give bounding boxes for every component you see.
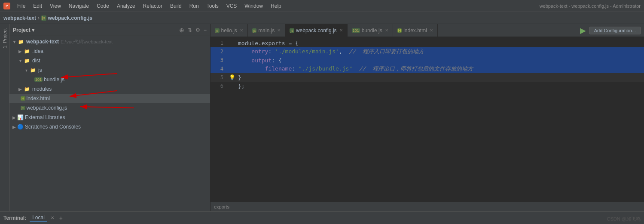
sidebar-sort-icon[interactable]: ⇅	[188, 27, 192, 33]
tab-label-main: main.js	[258, 28, 275, 34]
tab-js-icon-main: js	[252, 28, 257, 33]
breadcrumb-js-icon: js	[41, 15, 46, 21]
menu-item-edit[interactable]: Edit	[30, 2, 46, 10]
tree-arrow-modules: ▶	[17, 87, 23, 92]
tree-item-scratches[interactable]: ▶ 🔵 Scratches and Consoles	[9, 122, 210, 132]
tab-label-webpack: webpack.config.js	[296, 28, 337, 34]
code-line-2: 2 entry: './modules/main.js', // 程序入口即要打…	[211, 47, 644, 56]
folder-icon-root: 📁	[17, 39, 25, 45]
menu-item-file[interactable]: File	[14, 2, 29, 10]
add-configuration-button[interactable]: Add Configuration...	[589, 27, 641, 34]
line-content-2: entry: './modules/main.js', // 程序入口即要打包的…	[236, 48, 644, 55]
menu-item-tools[interactable]: Tools	[203, 2, 222, 10]
run-config-icon[interactable]: ▶	[580, 26, 586, 35]
tree-item-indexhtml[interactable]: H index.html	[9, 94, 210, 103]
menu-item-help[interactable]: Help	[267, 2, 285, 10]
folder-icon-modules: 📁	[23, 86, 31, 92]
folder-icon-js: 📁	[29, 68, 37, 73]
code-line-5: 5 💡 }	[211, 73, 644, 82]
tree-label-js: js	[38, 67, 42, 73]
tab-local[interactable]: Local	[30, 214, 47, 222]
tree-label-dist: dist	[32, 58, 40, 64]
tab-close-webpack[interactable]: ✕	[339, 28, 343, 33]
line-number-4: 4	[211, 66, 228, 72]
sidebar: Project ▾ ⊕ ⇅ ⚙ − ▾ 📁 webpack-text E:\vu…	[9, 24, 211, 211]
tree-item-extlibs[interactable]: ▶ 📊 External Libraries	[9, 113, 210, 122]
tab-label-hello: hello.js	[221, 28, 237, 34]
html-icon-indexhtml: H	[21, 96, 25, 101]
vertical-tab-strip: 1: Project	[0, 24, 9, 211]
terminal-label: Terminal:	[3, 215, 26, 221]
tab-close-main[interactable]: ✕	[277, 28, 281, 33]
menu-item-refactor[interactable]: Refactor	[140, 2, 166, 10]
sidebar-minimize-icon[interactable]: −	[204, 27, 207, 33]
tree-item-bundle[interactable]: 101 bundle.js	[9, 75, 210, 84]
folder-icon-dist: 📁	[23, 58, 31, 64]
menu-item-analyze[interactable]: Analyze	[113, 2, 139, 10]
tab-bar: js hello.js ✕ js main.js ✕ js webpack.co…	[211, 24, 644, 37]
breadcrumb-file[interactable]: webpack.config.js	[48, 15, 92, 21]
tab-indexhtml[interactable]: H index.html ✕	[393, 24, 438, 37]
tab-close-bundle[interactable]: ✕	[385, 28, 388, 33]
code-line-4: 4 filename: "./js/bundle.js" // 程序出口，即将打…	[211, 64, 644, 73]
tab-close-hello[interactable]: ✕	[240, 28, 243, 33]
folder-icon-idea: 📁	[23, 49, 31, 54]
line-number-3: 3	[211, 57, 228, 63]
tree-arrow-root: ▾	[11, 40, 17, 44]
tab-webpack-config[interactable]: js webpack.config.js ✕	[285, 24, 347, 37]
menu-bar: FileEditViewNavigateCodeAnalyzeRefactorB…	[14, 2, 285, 10]
bottom-panel: Terminal: Local ✕ +	[0, 211, 644, 224]
menu-item-code[interactable]: Code	[93, 2, 113, 10]
file-tree: ▾ 📁 webpack-text E:\vue代码\webpack-text ▶…	[9, 36, 210, 211]
code-line-6: 6 };	[211, 82, 644, 90]
tab-101-icon-bundle: 101	[352, 28, 360, 33]
tab-main[interactable]: js main.js ✕	[248, 24, 286, 37]
tree-label-root: webpack-text	[26, 39, 59, 45]
tree-label-modules: modules	[32, 86, 52, 92]
tree-arrow-extlibs: ▶	[11, 115, 17, 120]
editor-status-bar: exports	[211, 202, 644, 211]
window-title: webpack-text - webpack.config.js - Admin…	[540, 3, 641, 9]
line-content-3: output: {	[236, 57, 644, 64]
add-terminal-button[interactable]: +	[59, 215, 63, 221]
tab-local-close[interactable]: ✕	[51, 215, 54, 220]
tree-item-webpackconfig[interactable]: js webpack.config.js	[9, 103, 210, 113]
line-gutter-5: 💡	[228, 74, 236, 80]
tree-item-modules[interactable]: ▶ 📁 modules	[9, 84, 210, 94]
menu-item-run[interactable]: Run	[186, 2, 202, 10]
breadcrumb-project[interactable]: webpack-text	[3, 15, 36, 21]
breadcrumb-sep: ›	[38, 15, 40, 21]
project-vtab[interactable]: 1: Project	[1, 26, 9, 51]
tree-item-root[interactable]: ▾ 📁 webpack-text E:\vue代码\webpack-text	[9, 37, 210, 46]
sidebar-add-icon[interactable]: ⊕	[179, 27, 184, 34]
menu-item-vcs[interactable]: VCS	[223, 2, 241, 10]
tab-hello[interactable]: js hello.js ✕	[211, 24, 248, 37]
tree-item-idea[interactable]: ▶ 📁 .idea	[9, 46, 210, 56]
line-number-2: 2	[211, 49, 228, 55]
watermark: CSDN @邱飞鸣	[607, 216, 641, 222]
title-bar: P FileEditViewNavigateCodeAnalyzeRefacto…	[0, 0, 644, 12]
tree-label-indexhtml: index.html	[27, 95, 50, 101]
js101-icon-bundle: 101	[34, 77, 43, 82]
line-content-6: };	[236, 83, 644, 89]
tree-item-js[interactable]: ▾ 📁 js	[9, 65, 210, 75]
sidebar-settings-icon[interactable]: ⚙	[195, 27, 200, 33]
tree-label-bundle: bundle.js	[44, 77, 64, 83]
tree-label-idea: .idea	[32, 48, 43, 54]
app-icon: P	[3, 3, 10, 9]
menu-item-window[interactable]: Window	[241, 2, 266, 10]
menu-item-view[interactable]: View	[46, 2, 64, 10]
line-content-4: filename: "./js/bundle.js" // 程序出口，即将打包后…	[236, 65, 644, 73]
tab-label-indexhtml: index.html	[403, 28, 427, 34]
tree-label-scratches: Scratches and Consoles	[25, 124, 81, 130]
tab-close-indexhtml[interactable]: ✕	[430, 28, 433, 33]
tree-item-dist[interactable]: ▾ 📁 dist	[9, 56, 210, 65]
code-editor[interactable]: 1 module.exports = { 2 entry: './modules…	[211, 37, 644, 202]
menu-item-build[interactable]: Build	[167, 2, 185, 10]
tree-arrow-dist: ▾	[17, 58, 23, 63]
menu-item-navigate[interactable]: Navigate	[65, 2, 92, 10]
editor-area: js hello.js ✕ js main.js ✕ js webpack.co…	[211, 24, 644, 211]
code-line-3: 3 output: {	[211, 56, 644, 64]
js-icon-webpackconfig: js	[21, 106, 25, 110]
tab-bundle[interactable]: 101 bundle.js ✕	[348, 24, 393, 37]
